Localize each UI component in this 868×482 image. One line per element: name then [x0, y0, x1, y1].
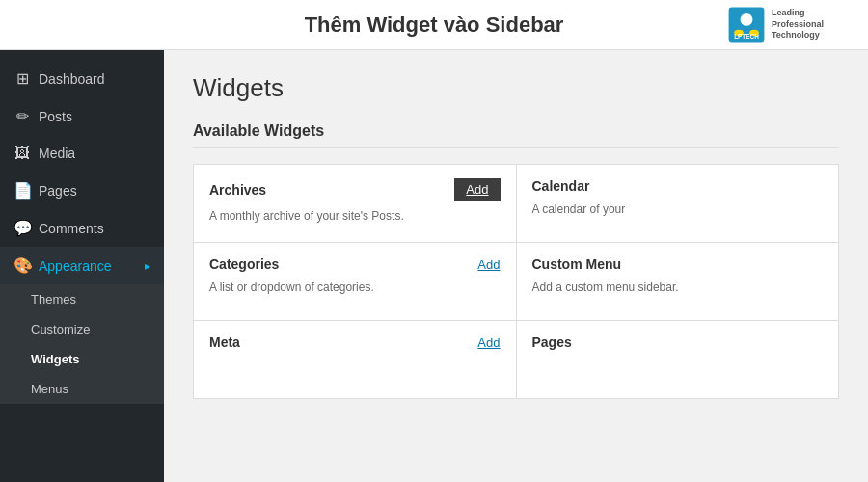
- widget-meta-header: Meta Add: [209, 335, 501, 350]
- widgets-page-title: Widgets: [193, 73, 839, 103]
- svg-text:LPTECH: LPTECH: [734, 32, 759, 39]
- widget-custom-menu-name: Custom Menu: [532, 256, 622, 272]
- widget-categories-header: Categories Add: [209, 256, 501, 272]
- sidebar-item-pages[interactable]: 📄 Pages: [0, 172, 164, 209]
- widget-archives-name: Archives: [209, 182, 266, 198]
- sidebar-item-appearance[interactable]: 🎨 Appearance ▸: [0, 247, 164, 284]
- page-header-title: Thêm Widget vào Sidebar: [305, 13, 564, 38]
- widget-archives-header: Archives Add: [209, 178, 501, 201]
- sidebar-label-comments: Comments: [39, 221, 104, 236]
- sidebar-label-media: Media: [39, 146, 75, 161]
- widget-calendar-name: Calendar: [532, 178, 590, 194]
- sidebar-item-media[interactable]: 🖼 Media: [0, 135, 164, 172]
- sidebar-item-dashboard[interactable]: ⊞ Dashboard: [0, 60, 164, 97]
- comments-icon: 💬: [14, 219, 31, 237]
- media-icon: 🖼: [14, 145, 31, 162]
- widget-calendar-desc: A calendar of your: [532, 201, 824, 218]
- sidebar-item-posts[interactable]: ✏ Posts: [0, 97, 164, 135]
- top-header: Thêm Widget vào Sidebar LPTECH Leading P…: [0, 0, 868, 50]
- widget-archives-add-button[interactable]: Add: [454, 178, 500, 201]
- posts-icon: ✏: [14, 107, 31, 125]
- svg-point-1: [741, 13, 753, 26]
- widget-archives-desc: A monthly archive of your site's Posts.: [209, 208, 501, 225]
- widget-categories-add-button[interactable]: Add: [477, 257, 500, 272]
- submenu-item-customize[interactable]: Customize: [0, 314, 164, 344]
- widget-meta-add-button[interactable]: Add: [477, 335, 500, 350]
- widget-archives: Archives Add A monthly archive of your s…: [194, 165, 516, 242]
- widget-custom-menu-header: Custom Menu: [532, 256, 824, 272]
- widget-calendar-header: Calendar: [532, 178, 824, 194]
- submenu-item-menus[interactable]: Menus: [0, 374, 164, 404]
- widget-pages-name: Pages: [532, 335, 572, 350]
- sidebar-label-dashboard: Dashboard: [39, 71, 105, 87]
- submenu-item-themes[interactable]: Themes: [0, 284, 164, 314]
- appearance-icon: 🎨: [14, 256, 31, 275]
- sidebar-item-comments[interactable]: 💬 Comments: [0, 209, 164, 247]
- widget-categories-name: Categories: [209, 256, 279, 272]
- appearance-arrow-icon: ▸: [145, 259, 150, 273]
- widget-categories: Categories Add A list or dropdown of cat…: [194, 243, 516, 320]
- widget-custom-menu: Custom Menu Add a custom menu sidebar.: [517, 243, 839, 320]
- submenu-item-widgets[interactable]: Widgets: [0, 344, 164, 374]
- content-area: Widgets Available Widgets Archives Add A…: [164, 50, 868, 482]
- sidebar-label-posts: Posts: [39, 109, 72, 124]
- widget-pages: Pages: [517, 321, 839, 398]
- lptech-logo-icon: LPTECH: [727, 6, 766, 44]
- available-widgets-title: Available Widgets: [193, 122, 839, 148]
- sidebar-label-appearance: Appearance: [39, 258, 112, 274]
- widgets-grid: Archives Add A monthly archive of your s…: [193, 164, 839, 399]
- widget-calendar: Calendar A calendar of your: [517, 165, 839, 242]
- widget-pages-header: Pages: [532, 335, 824, 350]
- pages-icon: 📄: [14, 181, 31, 200]
- header-logo: LPTECH Leading Professional Technology: [727, 6, 849, 44]
- sidebar: ⊞ Dashboard ✏ Posts 🖼 Media 📄 Pages 💬 Co…: [0, 50, 164, 482]
- appearance-submenu: Themes Customize Widgets Menus: [0, 284, 164, 404]
- widget-custom-menu-desc: Add a custom menu sidebar.: [532, 280, 824, 296]
- widget-categories-desc: A list or dropdown of categories.: [209, 280, 501, 296]
- widget-meta: Meta Add: [194, 321, 516, 398]
- logo-text: Leading Professional Technology: [772, 8, 849, 41]
- widget-meta-name: Meta: [209, 335, 240, 350]
- main-layout: ⊞ Dashboard ✏ Posts 🖼 Media 📄 Pages 💬 Co…: [0, 50, 868, 482]
- dashboard-icon: ⊞: [14, 69, 31, 88]
- sidebar-label-pages: Pages: [39, 183, 77, 199]
